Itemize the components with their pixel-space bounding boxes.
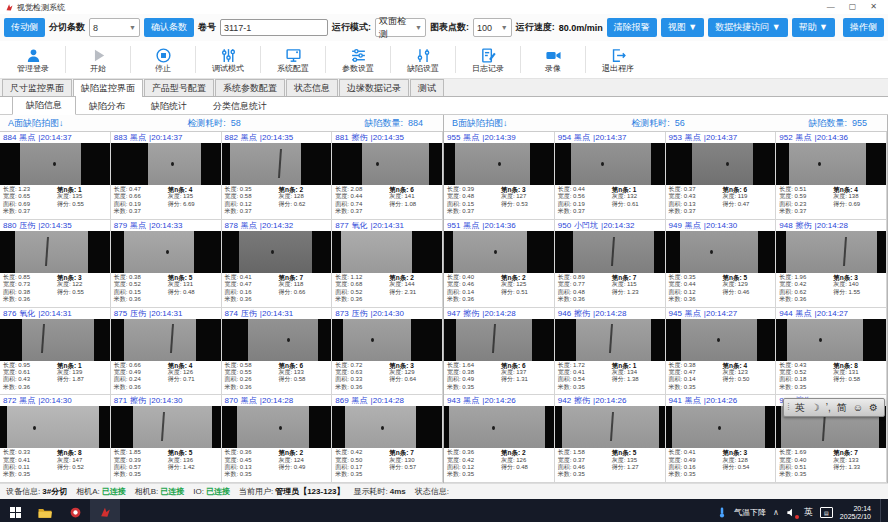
defect-image <box>555 143 665 185</box>
defect-cell-883[interactable]: 883黑点|20:14:37长度: 0.47宽度: 0.66面积: 0.19米数… <box>111 132 222 220</box>
defect-cell-952[interactable]: 952黑点|20:14:36长度: 0.51宽度: 0.59面积: 0.23米数… <box>776 132 887 220</box>
defect-time: |20:14:30 <box>149 396 182 405</box>
action-button-play[interactable]: 开始 <box>69 46 127 73</box>
action-button-stop[interactable]: 停止 <box>134 46 192 73</box>
defect-cell-953[interactable]: 953黑点|20:14:37长度: 0.37宽度: 0.43面积: 0.13米数… <box>666 132 777 220</box>
ime-simplified[interactable]: 简 <box>837 400 847 415</box>
sub-tab-2[interactable]: 缺陷统计 <box>138 98 200 114</box>
main-tab-1[interactable]: 缺陷监控界面 <box>73 79 143 97</box>
action-button-sliders-v[interactable]: 调试模式 <box>199 46 257 73</box>
defect-cell-876[interactable]: 876氧化|20:14:31长度: 0.95宽度: 0.61面积: 0.43米数… <box>0 308 111 396</box>
data-access-menu-button[interactable]: 数据快捷访问 ▼ <box>708 18 787 37</box>
defect-cell-884[interactable]: 884黑点|20:14:37长度: 1.23宽度: 0.65面积: 0.69米数… <box>0 132 111 220</box>
ime-punctuation[interactable]: ’, <box>826 400 831 415</box>
split-count-select[interactable]: 8▼ <box>89 18 140 37</box>
defect-cell-954[interactable]: 954黑点|20:14:37长度: 0.44宽度: 0.56面积: 0.19米数… <box>555 132 666 220</box>
action-button-sliders-v2[interactable]: 缺陷设置 <box>394 46 452 73</box>
defect-image <box>0 143 110 185</box>
defect-cell-881[interactable]: 881擦伤|20:14:35长度: 2.08宽度: 0.44面积: 0.74米数… <box>332 132 443 220</box>
action-button-user[interactable]: 管理登录 <box>4 46 62 73</box>
defect-cell-880[interactable]: 880压伤|20:14:35长度: 0.85宽度: 0.73面积: 0.38米数… <box>0 220 111 308</box>
run-mode-select[interactable]: 双面检测▼ <box>375 18 426 37</box>
ime-language-indicator[interactable]: 英 <box>804 506 813 519</box>
tray-expand-icon[interactable]: ∧ <box>773 508 779 517</box>
action-button-log[interactable]: 日志记录 <box>459 46 517 73</box>
action-button-camera[interactable]: 录像 <box>524 46 582 73</box>
defect-cell-878[interactable]: 878黑点|20:14:32长度: 0.41宽度: 0.47面积: 0.16米数… <box>222 220 333 308</box>
action-label: 参数设置 <box>342 64 374 73</box>
defect-cell-946[interactable]: 946擦伤|20:14:28长度: 1.72宽度: 0.41面积: 0.54米数… <box>555 308 666 396</box>
taskbar-app-button-1[interactable] <box>60 499 90 522</box>
defect-type: 小凹坑 <box>574 220 598 231</box>
clear-alarm-button[interactable]: 清除报警 <box>607 18 657 37</box>
taskbar-clock[interactable]: 20:14 2025/2/10 <box>840 505 871 521</box>
defect-cell-942[interactable]: 942擦伤|20:14:26长度: 1.58宽度: 0.37面积: 0.46米数… <box>555 395 666 483</box>
weather-text[interactable]: 气温下降 <box>734 507 766 518</box>
defect-cell-943[interactable]: 943黑点|20:14:26长度: 0.36宽度: 0.42面积: 0.12米数… <box>444 395 555 483</box>
help-menu-button[interactable]: 帮助 ▼ <box>792 18 835 37</box>
defect-cell-950[interactable]: 950小凹坑|20:14:32长度: 0.89宽度: 0.77面积: 0.48米… <box>555 220 666 308</box>
thermometer-icon[interactable] <box>717 506 727 519</box>
main-tab-0[interactable]: 尺寸监控界面 <box>2 79 72 96</box>
operation-side-button[interactable]: 操作侧 <box>843 18 884 37</box>
chart-points-select[interactable]: 100▼ <box>473 18 512 37</box>
action-button-sliders-h[interactable]: 参数设置 <box>329 46 387 73</box>
defect-type: 黑点 <box>685 132 701 143</box>
taskbar-explorer-button[interactable] <box>30 499 60 522</box>
defect-id: 945 <box>669 309 682 318</box>
defect-cell-941[interactable]: 941黑点|20:14:26长度: 0.41宽度: 0.49面积: 0.16米数… <box>666 395 777 483</box>
defect-mark <box>381 426 384 430</box>
minimize-button[interactable]: — <box>827 3 835 11</box>
panel-title[interactable]: A面缺陷拍图↓ <box>8 117 64 130</box>
main-tab-3[interactable]: 系统参数配置 <box>215 79 285 96</box>
sub-tab-0[interactable]: 缺陷信息 <box>12 96 76 115</box>
defect-cell-873[interactable]: 873压伤|20:14:30长度: 0.72宽度: 0.63面积: 0.33米数… <box>332 308 443 396</box>
defect-cell-870[interactable]: 870黑点|20:14:28长度: 0.36宽度: 0.45面积: 0.13米数… <box>222 395 333 483</box>
defect-cell-944[interactable]: 944黑点|20:14:27长度: 0.43宽度: 0.52面积: 0.18米数… <box>776 308 887 396</box>
defect-cell-948[interactable]: 948擦伤|20:14:28长度: 1.96宽度: 0.42面积: 0.62米数… <box>776 220 887 308</box>
defect-cell-869[interactable]: 869黑点|20:14:28长度: 0.42宽度: 0.50面积: 0.17米数… <box>332 395 443 483</box>
show-desktop-button[interactable] <box>880 499 885 522</box>
defect-cell-872[interactable]: 872黑点|20:14:30长度: 0.33宽度: 0.41面积: 0.11米数… <box>0 395 111 483</box>
panel-title[interactable]: B面缺陷拍图↓ <box>452 117 508 130</box>
ime-grip[interactable]: ⁞ <box>787 400 789 415</box>
ime-floating-toolbar[interactable]: ⁞英☽’,简☺⚙ <box>783 398 885 417</box>
start-button[interactable] <box>0 499 30 522</box>
action-button-exit[interactable]: 退出程序 <box>589 46 647 73</box>
defect-cell-871[interactable]: 871擦伤|20:14:30长度: 1.85宽度: 0.39面积: 0.57米数… <box>111 395 222 483</box>
defect-info: 长度: 0.41宽度: 0.49面积: 0.16米数: 0.35第n条: 3灰度… <box>666 448 776 482</box>
ime-halfmoon-icon[interactable]: ☽ <box>811 400 820 415</box>
defect-cell-882[interactable]: 882黑点|20:14:35长度: 0.35宽度: 0.58面积: 0.12米数… <box>222 132 333 220</box>
touch-keyboard-icon[interactable]: ▤ <box>820 507 833 518</box>
view-menu-button[interactable]: 视图 ▼ <box>661 18 704 37</box>
defect-cell-951[interactable]: 951黑点|20:14:36长度: 0.40宽度: 0.46面积: 0.14米数… <box>444 220 555 308</box>
ime-settings-icon[interactable]: ⚙ <box>869 400 878 415</box>
main-tab-6[interactable]: 测试 <box>410 79 444 96</box>
main-tab-2[interactable]: 产品型号配置 <box>144 79 214 96</box>
sub-tab-3[interactable]: 分类信息统计 <box>200 98 280 114</box>
defect-image <box>111 143 221 185</box>
taskbar-app-button-2[interactable] <box>90 499 120 522</box>
defect-cell-877[interactable]: 877氧化|20:14:31长度: 1.12宽度: 0.68面积: 0.52米数… <box>332 220 443 308</box>
defect-cell-945[interactable]: 945黑点|20:14:27长度: 0.38宽度: 0.47面积: 0.14米数… <box>666 308 777 396</box>
defect-cell-879[interactable]: 879黑点|20:14:33长度: 0.38宽度: 0.52面积: 0.15米数… <box>111 220 222 308</box>
roll-number-input[interactable] <box>220 19 328 36</box>
action-button-monitor[interactable]: 系统配置 <box>264 46 322 73</box>
maximize-button[interactable]: ▢ <box>849 3 857 11</box>
ime-emoji-icon[interactable]: ☺ <box>853 400 863 415</box>
main-tab-4[interactable]: 状态信息 <box>286 79 338 96</box>
defect-cell-955[interactable]: 955黑点|20:14:39长度: 0.39宽度: 0.48面积: 0.15米数… <box>444 132 555 220</box>
main-tab-5[interactable]: 边缘数据记录 <box>339 79 409 96</box>
confirm-count-button[interactable]: 确认条数 <box>144 18 194 37</box>
defect-cell-947[interactable]: 947擦伤|20:14:28长度: 1.64宽度: 0.38面积: 0.49米数… <box>444 308 555 396</box>
defect-cell-874[interactable]: 874压伤|20:14:31长度: 0.58宽度: 0.55面积: 0.26米数… <box>222 308 333 396</box>
defect-cell-949[interactable]: 949黑点|20:14:30长度: 0.35宽度: 0.44面积: 0.12米数… <box>666 220 777 308</box>
clock-time: 20:14 <box>840 505 871 513</box>
volume-icon[interactable] <box>786 507 797 518</box>
app-logo-icon <box>5 3 14 12</box>
defect-cell-875[interactable]: 875压伤|20:14:31长度: 0.66宽度: 0.49面积: 0.24米数… <box>111 308 222 396</box>
drive-side-button[interactable]: 传动侧 <box>4 18 45 37</box>
ime-language[interactable]: 英 <box>795 400 805 415</box>
sub-tab-1[interactable]: 缺陷分布 <box>76 98 138 114</box>
close-button[interactable]: ✕ <box>870 3 877 11</box>
